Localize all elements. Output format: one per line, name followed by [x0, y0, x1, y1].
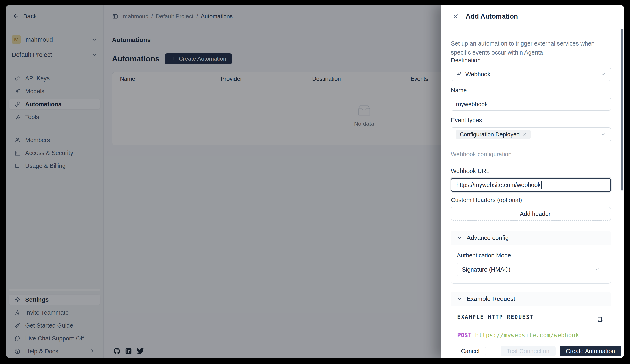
text-cursor	[541, 181, 542, 188]
example-request-panel: Example Request EXAMPLE HTTP REQUEST POS…	[451, 292, 611, 344]
webhook-url-value: https://mywebsite.com/webhook	[456, 182, 541, 188]
link-icon	[456, 71, 462, 77]
request-line: POST https://mywebsite.com/webhook	[457, 332, 604, 338]
authentication-mode-value: Signature (HMAC)	[462, 266, 510, 273]
name-value: mywebhook	[456, 101, 488, 108]
copy-icon[interactable]	[597, 315, 604, 322]
advance-config-title: Advance config	[467, 234, 509, 241]
advance-config-panel: Advance config Authentication Mode Signa…	[451, 231, 611, 284]
advance-config-body: Authentication Mode Signature (HMAC)	[451, 245, 611, 284]
app-window: Back M mahmoud Default Project	[6, 5, 624, 358]
example-request-code: EXAMPLE HTTP REQUEST POST https://mywebs…	[451, 306, 611, 344]
drawer-scrollbar[interactable]	[621, 29, 623, 190]
event-types-select[interactable]: Configuration Deployed	[451, 128, 611, 142]
example-request-header[interactable]: Example Request	[451, 292, 611, 306]
remove-tag-icon[interactable]	[522, 132, 527, 137]
webhook-configuration-heading: Webhook configuration	[451, 151, 611, 158]
http-method: POST	[457, 332, 472, 338]
drawer-title: Add Automation	[466, 12, 518, 20]
request-url: https://mywebsite.com/webhook	[475, 332, 579, 338]
chevron-down-icon	[457, 235, 462, 240]
name-label: Name	[451, 87, 611, 94]
drawer-description: Set up an automation to trigger external…	[451, 39, 611, 57]
example-request-title: Example Request	[467, 295, 515, 302]
webhook-url-label: Webhook URL	[451, 168, 611, 174]
code-header: EXAMPLE HTTP REQUEST	[457, 314, 604, 320]
test-connection-button[interactable]: Test Connection	[501, 346, 556, 356]
destination-select[interactable]: Webhook	[451, 68, 611, 81]
plus-icon	[511, 211, 517, 216]
chevron-down-icon	[457, 296, 462, 302]
add-automation-drawer: Add Automation Set up an automation to t…	[441, 5, 624, 358]
drawer-header: Add Automation	[441, 5, 624, 28]
cancel-button[interactable]: Cancel	[454, 346, 486, 356]
authentication-mode-label: Authentication Mode	[457, 252, 605, 259]
destination-label: Destination	[451, 57, 611, 64]
chevron-down-icon	[600, 72, 606, 77]
name-input[interactable]: mywebhook	[451, 98, 611, 111]
section-divider	[451, 226, 611, 226]
create-automation-submit-button[interactable]: Create Automation	[560, 346, 621, 356]
add-header-label: Add header	[520, 210, 551, 217]
chevron-down-icon	[600, 132, 606, 137]
authentication-mode-select[interactable]: Signature (HMAC)	[457, 263, 605, 276]
advance-config-header[interactable]: Advance config	[451, 231, 611, 245]
close-icon[interactable]	[452, 13, 459, 20]
drawer-body: Set up an automation to trigger external…	[441, 28, 624, 344]
event-types-label: Event types	[451, 117, 611, 124]
chevron-down-icon	[594, 267, 600, 272]
destination-value: Webhook	[466, 71, 490, 78]
event-type-tag-label: Configuration Deployed	[460, 131, 520, 138]
webhook-url-input[interactable]: https://mywebsite.com/webhook	[451, 178, 611, 192]
event-type-tag: Configuration Deployed	[456, 130, 531, 139]
drawer-footer: Cancel Test Connection Create Automation	[441, 344, 624, 358]
add-header-button[interactable]: Add header	[451, 207, 611, 220]
custom-headers-label: Custom Headers (optional)	[451, 197, 611, 204]
